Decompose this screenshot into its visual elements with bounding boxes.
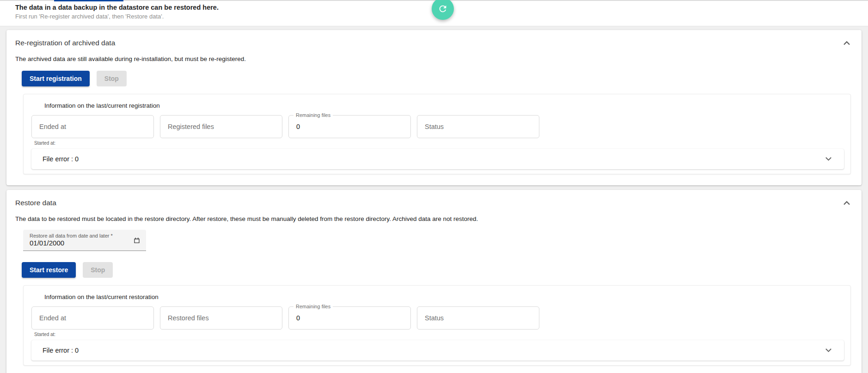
intro-header: The data in a data backup in the datasto… <box>0 0 868 26</box>
field-floating-label: Remaining files <box>293 304 333 309</box>
restoration-remaining-files-field[interactable]: Remaining files 0 <box>288 306 411 330</box>
chevron-down-icon <box>825 157 832 161</box>
registration-ended-at-field[interactable]: Ended at <box>31 115 154 138</box>
restored-files-field[interactable]: Restored files <box>160 306 282 330</box>
field-placeholder: Restored files <box>168 314 209 322</box>
restoration-status-field[interactable]: Status <box>417 306 539 330</box>
chevron-up-icon <box>843 41 850 45</box>
restore-date-text: Restore all data from date and later * 0… <box>30 233 113 247</box>
restore-date-value: 01/01/2000 <box>30 239 113 247</box>
restoration-file-error-panel[interactable]: File error : 0 <box>31 340 844 361</box>
restoration-ended-at-field[interactable]: Ended at <box>31 306 154 330</box>
restore-section-header: Restore data <box>15 198 851 208</box>
collapse-reregistration-button[interactable] <box>842 40 851 46</box>
restoration-fields-row: Ended at Restored files Remaining files … <box>31 306 844 330</box>
restore-description: The data to be restored must be located … <box>15 215 851 223</box>
registration-status-field[interactable]: Status <box>417 115 539 138</box>
field-placeholder: Registered files <box>168 123 214 130</box>
field-placeholder: Status <box>425 314 444 322</box>
file-error-label: File error : 0 <box>43 155 79 163</box>
field-placeholder: Ended at <box>39 314 66 322</box>
registration-started-at-label: Started at: <box>34 141 844 146</box>
file-error-label: File error : 0 <box>43 347 79 354</box>
registered-files-field[interactable]: Registered files <box>160 115 282 138</box>
chevron-down-icon <box>825 348 832 353</box>
registration-remaining-files-field[interactable]: Remaining files 0 <box>288 115 411 138</box>
restoration-info-card: Information on the last/current restorat… <box>23 285 851 366</box>
field-floating-label: Remaining files <box>293 112 333 118</box>
restore-date-label: Restore all data from date and later * <box>30 233 113 239</box>
field-placeholder: Ended at <box>39 123 66 130</box>
field-value: 0 <box>296 123 300 130</box>
reregistration-title: Re-registration of archived data <box>15 39 115 47</box>
restoration-info-title: Information on the last/current restorat… <box>44 293 844 301</box>
collapse-restore-button[interactable] <box>842 200 851 206</box>
registration-fields-row: Ended at Registered files Remaining file… <box>31 115 844 138</box>
field-value: 0 <box>296 314 300 322</box>
reregistration-description: The archived data are still available du… <box>15 55 851 63</box>
chevron-up-icon <box>843 201 850 205</box>
restoration-started-at-label: Started at: <box>34 332 844 337</box>
registration-file-error-panel[interactable]: File error : 0 <box>31 149 844 169</box>
reregistration-buttons: Start registration Stop <box>22 71 851 86</box>
refresh-icon <box>438 4 448 14</box>
registration-info-card: Information on the last/current registra… <box>23 94 851 174</box>
restore-buttons: Start restore Stop <box>22 262 851 278</box>
start-restore-button[interactable]: Start restore <box>22 262 76 278</box>
stop-restore-button[interactable]: Stop <box>83 262 113 278</box>
restore-date-input[interactable]: Restore all data from date and later * 0… <box>23 230 146 251</box>
stop-registration-button[interactable]: Stop <box>97 71 127 86</box>
restore-title: Restore data <box>15 199 56 207</box>
registration-info-title: Information on the last/current registra… <box>44 102 844 110</box>
reregistration-section-header: Re-registration of archived data <box>15 38 851 48</box>
restore-section: Restore data The data to be restored mus… <box>6 190 862 373</box>
start-registration-button[interactable]: Start registration <box>22 71 90 86</box>
calendar-icon[interactable] <box>133 237 141 244</box>
tab-bar-divider <box>0 0 868 1</box>
active-tab-indicator <box>54 0 123 1</box>
field-placeholder: Status <box>425 123 444 130</box>
backup-restore-page: The data in a data backup in the datasto… <box>0 0 868 373</box>
reregistration-section: Re-registration of archived data The arc… <box>6 30 862 185</box>
